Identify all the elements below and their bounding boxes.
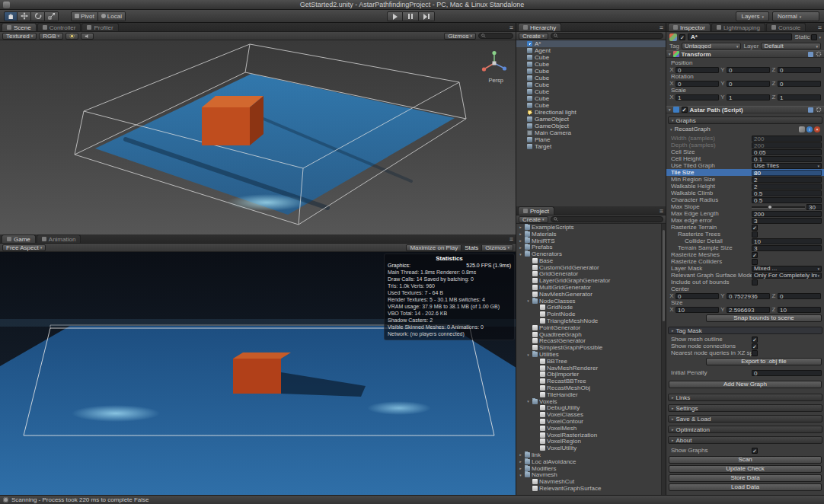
z-field[interactable]: 0 <box>778 81 821 87</box>
project-item[interactable]: VoxelMesh <box>516 425 661 432</box>
project-item[interactable]: ▸ExampleScripts <box>516 224 661 231</box>
project-item[interactable]: NavMeshGenerator <box>516 291 661 298</box>
hierarchy-item[interactable]: Main Camera <box>516 129 666 136</box>
orientation-gizmo[interactable] <box>481 49 508 77</box>
value-field[interactable]: 2 <box>752 183 822 190</box>
project-item[interactable]: RecastBBTree <box>516 378 661 384</box>
project-item[interactable]: ▾NodeClasses <box>516 298 661 305</box>
move-tool-button[interactable] <box>18 11 31 21</box>
project-item[interactable]: LayerGridGraphGenerator <box>516 277 661 284</box>
value-field[interactable]: 3 <box>752 245 822 251</box>
scan-button[interactable]: Scan <box>669 456 822 464</box>
active-checkbox[interactable]: ✓ <box>679 34 685 40</box>
expanded-arrow-icon[interactable]: ▾ <box>518 252 523 257</box>
hierarchy-item[interactable]: Cube <box>516 95 666 102</box>
play-button[interactable] <box>387 11 403 21</box>
project-item[interactable]: RecastGenerator <box>516 338 661 345</box>
layers-dropdown[interactable]: Layers▾ <box>736 11 769 21</box>
project-item[interactable]: RecastMeshObj <box>516 384 661 391</box>
persp-label[interactable]: Persp <box>488 77 503 84</box>
project-search-input[interactable] <box>551 216 663 222</box>
hand-tool-button[interactable] <box>4 11 18 21</box>
value-field[interactable]: 0.1 <box>752 156 822 162</box>
collapsed-arrow-icon[interactable]: ▸ <box>518 452 523 457</box>
pane-menu-icon[interactable]: ≡ <box>660 207 663 215</box>
delete-icon[interactable]: × <box>814 126 820 132</box>
value-field[interactable]: 200 <box>752 136 822 142</box>
hierarchy-item[interactable]: Agent <box>516 47 666 54</box>
foldout-arrow-icon[interactable]: ▾ <box>669 107 671 112</box>
collapsed-arrow-icon[interactable]: ▸ <box>518 459 523 464</box>
collapsed-arrow-icon[interactable]: ▸ <box>518 231 523 236</box>
value-field[interactable]: 2 <box>752 177 822 183</box>
tab-inspector[interactable]: Inspector <box>668 23 711 31</box>
hierarchy-item[interactable]: Cube <box>516 61 666 68</box>
tab-hierarchy[interactable]: Hierarchy <box>518 23 561 31</box>
x-field[interactable]: 1 <box>675 94 719 100</box>
project-item[interactable]: ▸Modifiers <box>516 465 661 472</box>
gear-icon[interactable] <box>816 107 822 113</box>
project-item[interactable]: MultiGridGenerator <box>516 284 661 291</box>
pane-menu-icon[interactable]: ≡ <box>818 24 822 31</box>
hierarchy-search-input[interactable] <box>551 33 663 39</box>
hierarchy-item[interactable]: Cube <box>516 68 666 75</box>
tab-profiler[interactable]: Profiler <box>81 23 118 31</box>
pause-button[interactable] <box>403 11 419 21</box>
dropdown[interactable]: Use Tiles▾ <box>752 163 822 169</box>
checkbox[interactable]: ✓ <box>752 337 758 343</box>
tab-animation[interactable]: Animation <box>37 234 81 243</box>
section-graphs[interactable]: ▾ Graphs <box>668 116 822 124</box>
section-optimization[interactable]: ▸Optimization <box>668 426 822 433</box>
tab-console[interactable]: Console <box>766 23 806 31</box>
scene-gizmos-dropdown[interactable]: Gizmos▾ <box>444 33 476 40</box>
project-item[interactable]: QuadtreeGraph <box>516 331 661 338</box>
hierarchy-item[interactable]: Cube <box>516 54 666 61</box>
project-scrollbar[interactable] <box>661 224 666 495</box>
x-field[interactable]: 10 <box>675 307 719 313</box>
dropdown[interactable]: Only For Completely Insi▾ <box>752 273 822 279</box>
y-field[interactable]: 2.596693 <box>727 307 770 313</box>
scene-search-input[interactable] <box>478 33 513 39</box>
tab-project[interactable]: Project <box>518 206 554 215</box>
component-enabled-checkbox[interactable]: ✓ <box>682 107 688 113</box>
project-item[interactable]: VoxelContour <box>516 418 661 425</box>
checkbox[interactable]: ✓ <box>752 225 758 231</box>
hierarchy-item[interactable]: Cube <box>516 88 666 95</box>
project-create-dropdown[interactable]: Create▾ <box>519 216 548 223</box>
store-data-button[interactable]: Store Data <box>669 474 822 482</box>
checkbox[interactable]: ✓ <box>752 252 758 258</box>
pane-menu-icon[interactable]: ≡ <box>509 235 513 243</box>
object-name-field[interactable]: A* <box>688 33 792 40</box>
project-item[interactable]: ▾Utilities <box>516 351 661 358</box>
project-item[interactable]: ▾Voxels <box>516 398 661 405</box>
rotate-tool-button[interactable] <box>31 11 45 21</box>
project-item[interactable]: GridNode <box>516 305 661 311</box>
transform-header[interactable]: ▾ Transform <box>666 50 824 58</box>
project-item[interactable]: RelevantGraphSurface <box>516 485 661 492</box>
y-field[interactable]: 0.7522936 <box>727 293 770 299</box>
scene-viewport[interactable]: Persp <box>0 40 516 234</box>
slider-handle[interactable] <box>768 205 772 209</box>
tab-scene[interactable]: Scene <box>2 23 37 31</box>
value-field[interactable]: 0.5 <box>752 197 822 203</box>
hierarchy-create-dropdown[interactable]: Create▾ <box>519 33 548 40</box>
expanded-arrow-icon[interactable]: ▾ <box>525 298 531 303</box>
expanded-arrow-icon[interactable]: ▾ <box>525 352 531 357</box>
help-icon[interactable] <box>808 107 813 113</box>
project-item[interactable]: ▾Navmesh <box>516 471 661 478</box>
dropdown[interactable]: Mixed ...▾ <box>752 266 822 272</box>
load-data-button[interactable]: Load Data <box>669 483 822 491</box>
hierarchy-item[interactable]: Directional light <box>516 109 666 116</box>
hierarchy-item[interactable]: Cube <box>516 75 666 81</box>
hierarchy-item[interactable]: Cube <box>516 81 666 88</box>
project-item[interactable]: ▸link <box>516 451 661 458</box>
tab-game[interactable]: Game <box>2 234 36 243</box>
project-item[interactable]: ▸Prefabs <box>516 244 661 250</box>
value-field[interactable]: 200 <box>752 211 822 217</box>
checkbox[interactable] <box>752 231 758 238</box>
update-check-button[interactable]: Update Check <box>669 465 822 473</box>
section-about[interactable]: ▸About <box>668 436 822 444</box>
project-item[interactable]: CustomGridGenerator <box>516 264 661 271</box>
y-field[interactable]: 0 <box>727 67 770 73</box>
section-links[interactable]: ▸Links <box>668 394 822 401</box>
